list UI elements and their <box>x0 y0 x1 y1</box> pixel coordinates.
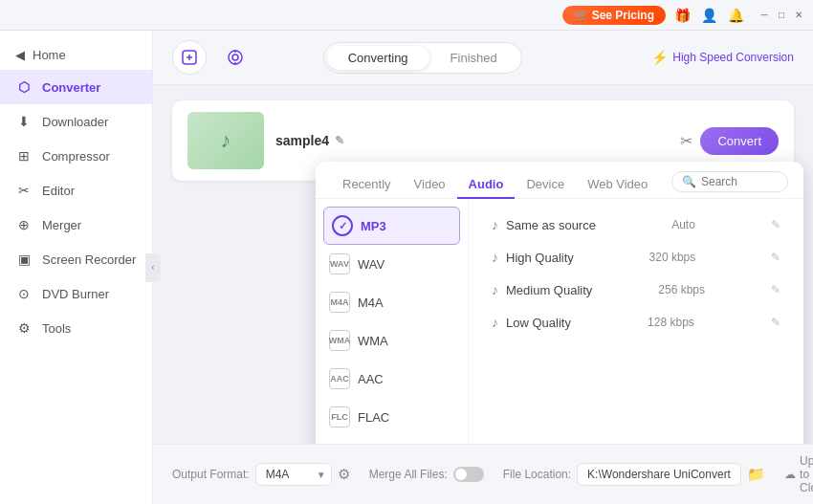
cloud-icon: ☁ <box>784 468 796 481</box>
back-icon: ◀ <box>15 48 25 62</box>
quality-medium[interactable]: ♪ Medium Quality 256 kbps ✎ <box>482 274 790 306</box>
screen-recorder-icon: ▣ <box>15 251 33 268</box>
folder-icon[interactable]: 📁 <box>747 466 765 483</box>
fire-icon: 🛒 <box>574 9 588 22</box>
file-thumbnail: ♪ <box>187 112 264 169</box>
sidebar: ◀ Home ⬡ Converter ⬇ Downloader ⊞ Compre… <box>0 31 153 504</box>
tab-converting[interactable]: Converting <box>327 46 429 70</box>
quality-edit-icon-3[interactable]: ✎ <box>771 283 780 296</box>
sidebar-home[interactable]: ◀ Home <box>0 40 152 70</box>
format-item-wma[interactable]: WMA WMA <box>316 321 468 360</box>
format-tabs: Recently Video Audio Device Web Video <box>316 162 803 199</box>
format-item-aac[interactable]: AAC AAC <box>316 360 468 398</box>
format-qualities: ♪ Same as source Auto ✎ ♪ High Quality <box>469 199 803 444</box>
music-icon-4: ♪ <box>492 315 498 330</box>
mp3-check-icon: ✓ <box>332 215 353 236</box>
user-icon[interactable]: 👤 <box>698 5 719 26</box>
wma-icon: WMA <box>329 330 350 351</box>
downloader-icon: ⬇ <box>15 113 33 130</box>
flac-icon: FLC <box>329 406 350 427</box>
quality-edit-icon-1[interactable]: ✎ <box>771 218 780 231</box>
high-speed-button[interactable]: ⚡ High Speed Conversion <box>651 50 794 65</box>
output-format-label: Output Format: <box>172 468 250 481</box>
bell-icon[interactable]: 🔔 <box>725 5 746 26</box>
quality-edit-icon-4[interactable]: ✎ <box>771 316 780 329</box>
lightning-icon: ⚡ <box>651 50 668 65</box>
toolbar: Converting Finished ⚡ High Speed Convers… <box>153 31 813 85</box>
svg-point-4 <box>232 55 238 60</box>
file-info: sample4 ✎ <box>275 133 669 148</box>
bottom-bar: Output Format: M4A MP3 WAV ▼ ⚙ Merge All… <box>153 444 813 504</box>
merge-label: Merge All Files: <box>369 468 448 481</box>
sidebar-item-screen-recorder[interactable]: ▣ Screen Recorder <box>0 242 152 276</box>
svg-point-3 <box>229 51 242 64</box>
format-tab-audio[interactable]: Audio <box>457 171 516 199</box>
editor-icon: ✂ <box>15 182 33 199</box>
format-item-wav[interactable]: WAV WAV <box>316 245 468 283</box>
compressor-icon: ⊞ <box>15 147 33 164</box>
search-icon: 🔍 <box>682 175 696 188</box>
sidebar-item-converter[interactable]: ⬡ Converter <box>0 70 152 104</box>
settings-button[interactable] <box>218 40 253 75</box>
format-item-mp3[interactable]: ✓ MP3 <box>323 207 460 245</box>
output-format-select-wrapper: M4A MP3 WAV ▼ <box>255 463 332 486</box>
format-search-input[interactable] <box>701 175 778 188</box>
sidebar-item-compressor[interactable]: ⊞ Compressor <box>0 139 152 173</box>
quality-low[interactable]: ♪ Low Quality 128 kbps ✎ <box>482 306 790 339</box>
format-list: ✓ MP3 WAV WAV M4A M4A WMA <box>316 199 469 444</box>
pricing-button[interactable]: 🛒 See Pricing <box>562 6 666 25</box>
settings-format-icon[interactable]: ⚙ <box>338 466 350 483</box>
quality-same-as-source[interactable]: ♪ Same as source Auto ✎ <box>482 208 790 241</box>
quality-edit-icon-2[interactable]: ✎ <box>771 251 780 264</box>
sidebar-collapse-button[interactable]: ‹ <box>145 253 161 282</box>
format-body: ✓ MP3 WAV WAV M4A M4A WMA <box>316 199 803 444</box>
tab-finished[interactable]: Finished <box>429 46 518 70</box>
format-tab-recently[interactable]: Recently <box>331 171 403 199</box>
merge-toggle[interactable] <box>453 467 484 482</box>
sidebar-item-downloader[interactable]: ⬇ Downloader <box>0 104 152 139</box>
aac-icon: AAC <box>329 368 350 389</box>
music-icon-3: ♪ <box>492 282 498 297</box>
file-location-label: File Location: <box>503 468 571 481</box>
format-item-m4a[interactable]: M4A M4A <box>316 283 468 321</box>
converter-icon: ⬡ <box>15 78 33 96</box>
wav-icon: WAV <box>329 253 350 274</box>
gift-icon[interactable]: 🎁 <box>671 5 692 26</box>
m4a-icon: M4A <box>329 292 350 313</box>
close-button[interactable]: ✕ <box>792 9 805 22</box>
format-item-flac[interactable]: FLC FLAC <box>316 398 468 436</box>
music-icon-1: ♪ <box>492 217 498 232</box>
sidebar-item-editor[interactable]: ✂ Editor <box>0 173 152 208</box>
music-icon-2: ♪ <box>492 250 498 265</box>
format-tab-video[interactable]: Video <box>403 171 457 199</box>
music-note-icon: ♪ <box>221 128 231 153</box>
edit-filename-icon[interactable]: ✎ <box>335 134 344 147</box>
output-format-select[interactable]: M4A MP3 WAV <box>255 463 332 486</box>
main-content: Converting Finished ⚡ High Speed Convers… <box>153 31 813 504</box>
quality-high[interactable]: ♪ High Quality 320 kbps ✎ <box>482 241 790 274</box>
add-file-button[interactable] <box>172 40 207 75</box>
sidebar-item-tools[interactable]: ⚙ Tools <box>0 311 152 345</box>
convert-button[interactable]: Convert <box>700 127 779 155</box>
file-location-input[interactable] <box>577 463 741 486</box>
converter-area: ♪ sample4 ✎ ✂ Convert Recently <box>153 85 813 444</box>
merger-icon: ⊕ <box>15 216 33 233</box>
upload-cloud-button[interactable]: ☁ Upload to Cloud <box>784 454 813 494</box>
merge-field: Merge All Files: <box>369 467 484 482</box>
sidebar-item-merger[interactable]: ⊕ Merger <box>0 208 152 242</box>
format-item-ac3[interactable]: AC3 AC3 <box>316 436 468 444</box>
tools-icon: ⚙ <box>15 319 33 337</box>
format-tab-device[interactable]: Device <box>515 171 576 199</box>
file-location-field: File Location: 📁 <box>503 463 765 486</box>
file-name: sample4 ✎ <box>275 133 669 148</box>
scissors-icon[interactable]: ✂ <box>680 132 692 150</box>
file-actions: ✂ Convert <box>680 127 779 155</box>
format-search: 🔍 <box>671 171 788 192</box>
tab-group: Converting Finished <box>323 42 522 74</box>
minimize-button[interactable]: ─ <box>758 9 771 22</box>
format-tab-web-video[interactable]: Web Video <box>576 171 659 199</box>
sidebar-item-dvd-burner[interactable]: ⊙ DVD Burner <box>0 276 152 311</box>
output-format-field: Output Format: M4A MP3 WAV ▼ ⚙ <box>172 463 350 486</box>
maximize-button[interactable]: □ <box>775 9 788 22</box>
dvd-burner-icon: ⊙ <box>15 285 33 302</box>
